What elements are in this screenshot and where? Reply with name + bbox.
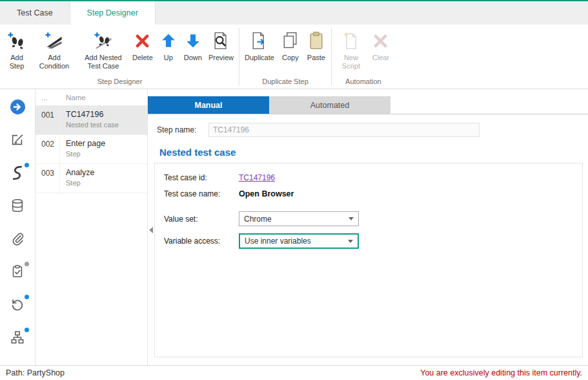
edit-icon (10, 132, 25, 147)
step-name-row: Step name: (157, 123, 588, 137)
delete-button[interactable]: Delete (129, 28, 156, 63)
new-script-button: New Script (334, 28, 369, 72)
status-message: You are exclusively editing this item cu… (420, 368, 582, 377)
sidebar-item-attachments[interactable] (9, 230, 26, 247)
clipboard-check-icon (10, 264, 25, 279)
sidebar-item-checklist[interactable] (9, 263, 26, 280)
step-name: TC147196 (66, 110, 119, 119)
variable-access-select[interactable]: Use inner variables (239, 233, 359, 249)
add-step-label: Add Step (6, 54, 28, 70)
step-type: Step (66, 179, 94, 187)
detail-tab-strip: Manual Automated (148, 96, 588, 114)
steps-badge (25, 163, 29, 167)
up-arrow-icon (160, 29, 177, 52)
clear-label: Clear (372, 54, 389, 62)
ribbon-group-label-automation: Automation (334, 76, 393, 89)
step-number: 002 (35, 135, 60, 164)
test-case-name-label: Test case name: (164, 189, 239, 198)
step-row-001[interactable]: 001 TC147196 Nested test case (35, 106, 147, 135)
variable-access-selected: Use inner variables (245, 237, 311, 246)
chevron-down-icon (349, 217, 354, 220)
field-value-set: Value set: Chrome (164, 211, 582, 226)
step-list-header: ... Name (35, 89, 147, 106)
step-list-panel: ... Name 001 TC147196 Nested test case 0… (35, 89, 148, 365)
add-nested-test-case-button[interactable]: Add Nested Test Case (77, 28, 129, 72)
step-row-003[interactable]: 003 Analyze Step (35, 164, 147, 193)
step-name-label: Step name: (157, 125, 208, 134)
hierarchy-badge (25, 328, 29, 332)
variable-access-label: Variable access: (164, 237, 239, 246)
paperclip-icon (10, 231, 25, 246)
sidebar-item-navigate[interactable] (9, 98, 26, 115)
add-step-button[interactable]: Add Step (3, 28, 31, 72)
duplicate-button[interactable]: Duplicate (241, 28, 278, 63)
add-condition-button[interactable]: Add Condition (31, 28, 77, 72)
tab-automated[interactable]: Automated (269, 96, 390, 114)
status-bar: Path: PartyShop You are exclusively edit… (0, 365, 588, 380)
step-type: Nested test case (66, 121, 119, 129)
step-row-002[interactable]: 002 Enter page Step (35, 135, 147, 164)
nested-test-case-panel: Test case id: TC147196 Test case name: O… (154, 163, 583, 357)
step-detail-panel: Manual Automated Step name: Nested test … (148, 89, 588, 365)
tab-manual[interactable]: Manual (148, 96, 269, 114)
left-icon-rail (0, 89, 35, 365)
add-nested-test-case-label: Add Nested Test Case (81, 54, 126, 70)
column-header-name: Name (60, 94, 86, 101)
step-number: 003 (35, 164, 60, 193)
delete-icon (134, 29, 151, 52)
app-window: Test Case Step Designer (0, 0, 588, 380)
duplicate-label: Duplicate (245, 54, 274, 62)
field-test-case-name: Test case name: Open Browser (164, 189, 582, 198)
database-icon (10, 198, 25, 213)
add-nested-test-case-icon (94, 29, 113, 52)
clear-icon (372, 29, 389, 52)
chevron-down-icon (348, 240, 353, 243)
paste-button[interactable]: Paste (303, 28, 329, 63)
history-icon (10, 297, 25, 311)
delete-label: Delete (132, 54, 153, 62)
new-script-icon (341, 29, 361, 52)
add-condition-label: Add Condition (34, 54, 74, 70)
down-button[interactable]: Down (181, 28, 205, 63)
collapse-panel-handle[interactable] (149, 227, 153, 233)
window-tab-bar: Test Case Step Designer (0, 1, 588, 25)
copy-icon (281, 29, 300, 52)
sidebar-item-data[interactable] (9, 197, 26, 214)
ribbon: Add Step Add Condition (0, 25, 588, 89)
section-title: Nested test case (159, 147, 588, 158)
add-step-icon (7, 29, 26, 52)
sitemap-icon (10, 330, 25, 344)
sidebar-item-history[interactable] (9, 296, 26, 313)
sidebar-item-steps[interactable] (9, 164, 26, 181)
step-type: Step (66, 150, 105, 158)
preview-button[interactable]: Preview (205, 28, 237, 63)
steps-curve-icon (10, 165, 26, 181)
add-condition-icon (45, 29, 64, 52)
test-case-name-value: Open Browser (239, 189, 294, 198)
ribbon-group-step-designer: Add Step Add Condition (3, 25, 237, 89)
copy-button[interactable]: Copy (278, 28, 303, 63)
new-script-label: New Script (337, 54, 365, 70)
field-variable-access: Variable access: Use inner variables (164, 233, 582, 249)
paste-icon (307, 29, 326, 52)
ribbon-separator (239, 28, 239, 85)
sidebar-item-hierarchy[interactable] (9, 329, 26, 346)
test-case-id-link[interactable]: TC147196 (239, 173, 275, 182)
ribbon-group-automation: New Script Clear Automation (334, 25, 393, 89)
history-badge (25, 295, 29, 299)
sidebar-item-edit[interactable] (9, 131, 26, 148)
ribbon-group-label-duplicate-step: Duplicate Step (241, 76, 329, 89)
tab-step-designer[interactable]: Step Designer (70, 1, 156, 25)
value-set-select[interactable]: Chrome (239, 211, 359, 226)
down-arrow-icon (185, 29, 201, 52)
up-label: Up (164, 54, 173, 62)
up-button[interactable]: Up (156, 28, 181, 63)
ribbon-separator (331, 28, 332, 85)
checklist-badge (25, 262, 29, 266)
clear-button: Clear (369, 28, 393, 63)
tab-test-case[interactable]: Test Case (0, 1, 70, 25)
step-name: Analyze (66, 168, 94, 177)
ribbon-group-label-step-designer: Step Designer (3, 76, 237, 89)
paste-label: Paste (307, 54, 325, 62)
step-name-input[interactable] (208, 123, 480, 137)
